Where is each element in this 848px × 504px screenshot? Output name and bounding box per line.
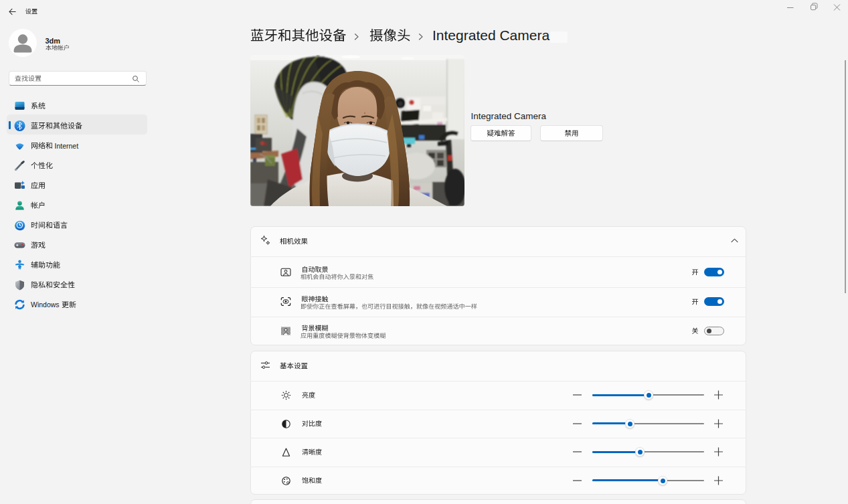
svg-text:Internet: Internet <box>55 142 79 150</box>
svg-text:Windows: Windows <box>31 301 60 309</box>
svg-text:Integrated Camera: Integrated Camera <box>432 27 549 43</box>
svg-text:Integrated Camera: Integrated Camera <box>471 111 547 121</box>
svg-text:3dm: 3dm <box>46 37 61 45</box>
